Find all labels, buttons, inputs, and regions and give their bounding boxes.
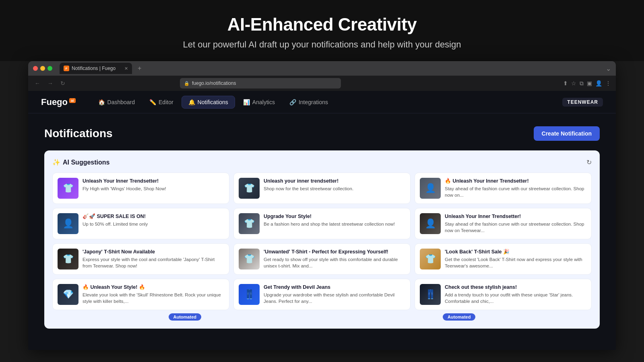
notification-image-9: 💎 <box>58 284 78 305</box>
sparkles-icon: ✨ <box>52 158 60 166</box>
notification-card-3[interactable]: 👤🎸🚀 SUPER SALE IS ON!Up to 50% off. Limi… <box>52 208 229 239</box>
notification-body-7: Get ready to show off your style with th… <box>264 256 405 269</box>
notification-image-1: 👕 <box>239 178 260 199</box>
automated-tag-1: Automated <box>169 313 201 321</box>
notification-image-5: 👤 <box>420 213 441 234</box>
editor-icon: ✏️ <box>149 99 156 105</box>
notification-heading-4: Upgrade Your Style! <box>264 213 395 220</box>
create-notification-button[interactable]: Create Notification <box>534 126 600 141</box>
menu-icon[interactable]: ⋮ <box>605 80 611 87</box>
notification-image-11: 👖 <box>420 284 441 305</box>
traffic-lights <box>33 66 52 71</box>
notification-card-4[interactable]: 👕Upgrade Your Style!Be a fashion hero an… <box>233 208 411 239</box>
refresh-suggestions-icon[interactable]: ↻ <box>586 158 592 166</box>
notification-heading-0: Unleash Your Inner Trendsetter! <box>83 178 166 184</box>
notification-heading-1: Unleash your inner trendsetter! <box>264 178 353 184</box>
maximize-button[interactable] <box>47 66 52 71</box>
hero-subtitle: Let our powerful AI draft up your notifi… <box>8 39 636 50</box>
nav-analytics-label: Analytics <box>252 99 275 105</box>
nav-item-editor[interactable]: ✏️ Editor <box>143 96 180 108</box>
notification-card-7[interactable]: 👕'Unwanted' T-Shirt - Perfect for Expres… <box>233 243 411 275</box>
nav-item-analytics[interactable]: 📊 Analytics <box>237 96 281 108</box>
url-bar[interactable]: 🔒 fuego.io/notifications <box>180 78 341 88</box>
browser-tab[interactable]: F Notifications | Fuego ✕ <box>60 63 132 74</box>
extensions-icon[interactable]: ⧉ <box>580 80 584 87</box>
notification-card-8[interactable]: 👕'Look Back' T-Shirt Sale 🎉Get the coole… <box>415 243 592 275</box>
notification-body-8: Get the coolest 'Look Back' T-Shirt now … <box>445 256 586 269</box>
notification-heading-10: Get Trendy with Devil Jeans <box>264 284 405 290</box>
tab-favicon: F <box>64 66 69 71</box>
nav-items: 🏠 Dashboard ✏️ Editor 🔔 Notifications 📊 … <box>92 96 563 109</box>
url-text: fuego.io/notifications <box>192 80 236 86</box>
notification-body-4: Be a fashion hero and shop the latest st… <box>264 221 395 227</box>
notification-card-2[interactable]: 👤🔥 Unleash Your Inner Trendsetter!Stay a… <box>415 173 592 204</box>
nav-item-dashboard[interactable]: 🏠 Dashboard <box>92 96 142 108</box>
notification-image-3: 👤 <box>58 213 78 234</box>
logo-text: Fuego <box>41 97 68 107</box>
notification-heading-8: 'Look Back' T-Shirt Sale 🎉 <box>445 249 586 255</box>
analytics-icon: 📊 <box>243 99 250 105</box>
hero-title: AI-Enhanced Creativity <box>8 14 636 35</box>
notification-heading-5: Unleash Your Inner Trendsetter! <box>445 213 586 220</box>
notification-heading-6: 'Japony' T-Shirt Now Available <box>83 249 224 255</box>
notification-body-0: Fly High with 'Wings' Hoodie, Shop Now! <box>83 185 166 192</box>
browser-window: F Notifications | Fuego ✕ + ⌄ ← → ↻ 🔒 fu… <box>28 61 616 350</box>
ai-panel-title: ✨ AI Suggestions <box>52 158 109 166</box>
dashboard-icon: 🏠 <box>98 99 105 105</box>
notification-heading-2: 🔥 Unleash Your Inner Trendsetter! <box>445 178 586 184</box>
url-base: fuego.io <box>192 80 209 86</box>
automated-tag-2: Automated <box>443 313 475 321</box>
nav-right: TEENWEAR <box>562 98 603 107</box>
nav-item-integrations[interactable]: 🔗 Integrations <box>283 96 334 108</box>
minimize-button[interactable] <box>40 66 45 71</box>
nav-editor-label: Editor <box>159 99 173 105</box>
logo-badge: ai <box>69 98 76 103</box>
notification-body-1: Shop now for the best streetwear collect… <box>264 185 353 192</box>
notification-image-4: 👕 <box>239 213 260 234</box>
new-tab-button[interactable]: + <box>135 65 144 72</box>
tab-close-icon[interactable]: ✕ <box>124 66 128 71</box>
lock-icon: 🔒 <box>184 81 190 86</box>
back-button[interactable]: ← <box>33 79 42 87</box>
address-bar: ← → ↻ 🔒 fuego.io/notifications ⬆ ☆ ⧉ ▣ 👤… <box>28 76 616 91</box>
ai-suggestions-panel: ✨ AI Suggestions ↻ 👕Unleash Your Inner T… <box>44 150 600 329</box>
ai-title-text: AI Suggestions <box>63 159 109 166</box>
notification-image-7: 👕 <box>239 249 260 269</box>
forward-button[interactable]: → <box>46 79 55 87</box>
notification-heading-7: 'Unwanted' T-Shirt - Perfect for Express… <box>264 249 405 255</box>
share-icon[interactable]: ⬆ <box>563 80 568 87</box>
notification-body-3: Up to 50% off. Limited time only <box>83 221 148 227</box>
profile-icon[interactable]: 👤 <box>595 80 602 87</box>
notification-card-1[interactable]: 👕Unleash your inner trendsetter!Shop now… <box>233 173 411 204</box>
url-path: /notifications <box>209 80 236 86</box>
notification-image-6: 👕 <box>58 249 78 269</box>
page: Notifications Create Notification ✨ AI S… <box>28 113 616 341</box>
page-title: Notifications <box>44 127 113 140</box>
notification-heading-11: Check out these stylish jeans! <box>445 284 586 290</box>
integrations-icon: 🔗 <box>289 99 296 105</box>
notification-image-0: 👕 <box>58 178 78 199</box>
notification-body-5: Stay ahead of the fashion curve with our… <box>445 221 586 234</box>
notification-card-9[interactable]: 💎🔥 Unleash Your Style! 🔥Elevate your loo… <box>52 279 229 310</box>
notification-card-6[interactable]: 👕'Japony' T-Shirt Now AvailableExpress y… <box>52 243 229 275</box>
notification-card-5[interactable]: 👤Unleash Your Inner Trendsetter!Stay ahe… <box>415 208 592 239</box>
notification-body-10: Upgrade your wardrobe with these stylish… <box>264 292 405 304</box>
nav-integrations-label: Integrations <box>299 99 328 105</box>
close-button[interactable] <box>33 66 38 71</box>
bottom-tags: Automated Automated <box>52 313 592 321</box>
notification-image-2: 👤 <box>420 178 441 199</box>
sidebar-icon[interactable]: ▣ <box>587 80 592 87</box>
app-content: Fuegoai 🏠 Dashboard ✏️ Editor 🔔 Notifica… <box>28 91 616 350</box>
brand-badge[interactable]: TEENWEAR <box>562 98 603 107</box>
notification-image-10: 👖 <box>239 284 260 305</box>
tab-more-icon[interactable]: ⌄ <box>606 65 611 72</box>
refresh-button[interactable]: ↻ <box>59 79 67 87</box>
nav-item-notifications[interactable]: 🔔 Notifications <box>182 96 235 109</box>
notification-card-11[interactable]: 👖Check out these stylish jeans!Add a tre… <box>415 279 592 310</box>
notifications-grid: 👕Unleash Your Inner Trendsetter!Fly High… <box>52 173 592 310</box>
notification-body-9: Elevate your look with the 'Skull' Rhine… <box>83 292 224 304</box>
notification-card-0[interactable]: 👕Unleash Your Inner Trendsetter!Fly High… <box>52 173 229 204</box>
page-header: Notifications Create Notification <box>44 126 600 141</box>
bookmark-icon[interactable]: ☆ <box>571 80 576 87</box>
notification-card-10[interactable]: 👖Get Trendy with Devil JeansUpgrade your… <box>233 279 411 310</box>
